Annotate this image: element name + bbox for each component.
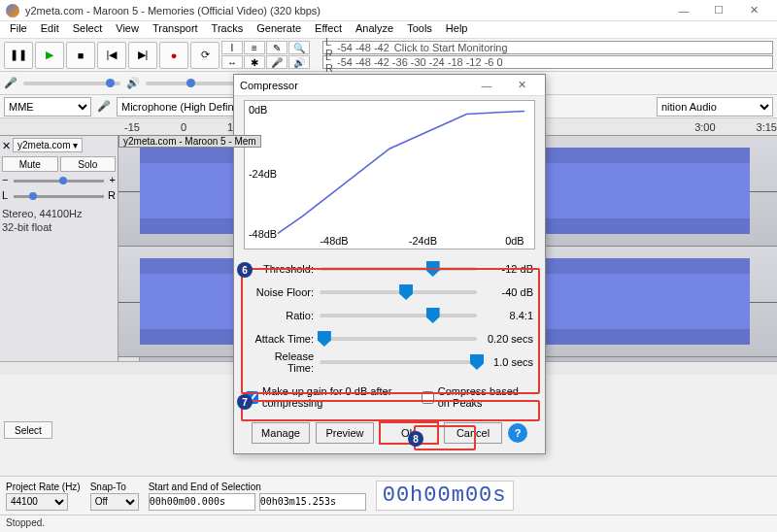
selection-start-input[interactable] — [149, 493, 255, 511]
snap-to-label: Snap-To — [90, 482, 139, 492]
project-rate-select[interactable]: 44100 — [6, 493, 68, 511]
menu-view[interactable]: View — [110, 21, 145, 38]
stop-button[interactable]: ■ — [66, 42, 95, 69]
selection-label: Start and End of Selection — [149, 482, 366, 492]
slider-thumb[interactable] — [470, 354, 484, 370]
slider-label: Threshold: — [246, 263, 314, 275]
solo-button[interactable]: Solo — [60, 156, 117, 172]
playback-device-select[interactable]: nition Audio — [657, 97, 773, 116]
compressor-sliders-group: Threshold:-12 dBNoise Floor:-40 dBRatio:… — [242, 253, 537, 378]
dialog-title: Compressor — [240, 80, 469, 91]
track-select-button[interactable]: Select — [4, 421, 52, 439]
menu-transport[interactable]: Transport — [147, 21, 204, 38]
track-name-dropdown[interactable]: y2meta.com ▾ — [13, 138, 83, 152]
selection-tool-icon[interactable]: I — [221, 41, 243, 54]
clip-title[interactable]: y2meta.com - Maroon 5 - Mem — [118, 135, 261, 148]
gain-slider[interactable]: −+ — [2, 174, 116, 187]
track-format-info: Stereo, 44100Hz32-bit float — [2, 207, 116, 235]
window-minimize[interactable]: — — [666, 1, 701, 20]
mute-button[interactable]: Mute — [2, 156, 58, 172]
cancel-button[interactable]: Cancel — [444, 422, 502, 444]
speaker-icon: 🔊 — [126, 77, 140, 89]
snap-to-select[interactable]: Off — [90, 493, 139, 511]
menu-edit[interactable]: Edit — [35, 21, 65, 38]
slider-track[interactable] — [320, 290, 477, 294]
slider-row-noisefloor: Noise Floor:-40 dB — [246, 281, 533, 304]
chart-y-tick-1: -24dB — [249, 168, 277, 180]
dialog-minimize[interactable]: — — [469, 76, 504, 95]
window-maximize[interactable]: ☐ — [701, 1, 736, 20]
window-title: y2meta.com - Maroon 5 - Memories (Offici… — [25, 5, 666, 17]
audio-position-display[interactable]: 00h00m00s — [376, 481, 514, 511]
audio-host-select[interactable]: MME — [4, 97, 91, 116]
dialog-close[interactable]: ✕ — [504, 76, 539, 95]
menu-generate[interactable]: Generate — [251, 21, 307, 38]
slider-thumb[interactable] — [426, 261, 440, 277]
app-icon — [6, 4, 19, 17]
mic-level-icon[interactable]: 🎤 — [266, 55, 287, 69]
timeshift-tool-icon[interactable]: ↔ — [221, 55, 243, 69]
manage-button[interactable]: Manage — [252, 422, 310, 444]
slider-track[interactable] — [320, 337, 477, 341]
skip-end-button[interactable]: ▶| — [128, 42, 157, 69]
slider-label: Ratio: — [246, 310, 314, 321]
slider-track[interactable] — [320, 360, 477, 364]
selection-end-input[interactable] — [259, 493, 366, 511]
zoom-tool-icon[interactable]: 🔍 — [288, 41, 310, 54]
compressor-transfer-chart: 0dB -24dB -48dB -48dB -24dB 0dB — [244, 100, 535, 249]
menu-file[interactable]: File — [4, 21, 33, 38]
chart-y-tick-2: -48dB — [249, 228, 277, 240]
slider-track[interactable] — [320, 314, 477, 317]
slider-value: 8.4:1 — [483, 310, 533, 321]
speaker-level-icon[interactable]: 🔊 — [288, 55, 310, 69]
play-button[interactable]: ▶ — [35, 42, 64, 69]
tool-palette: I ≡ ✎ 🔍 ↔ ✱ 🎤 🔊 — [221, 41, 315, 69]
menu-help[interactable]: Help — [440, 21, 474, 38]
pause-button[interactable]: ❚❚ — [4, 42, 33, 69]
chart-y-tick-0: 0dB — [249, 104, 267, 116]
help-button[interactable]: ? — [508, 423, 527, 443]
mic-device-icon: 🎤 — [97, 100, 111, 113]
slider-thumb[interactable] — [426, 308, 440, 323]
playback-meter[interactable]: LR-54 -48 -42 -36 -30 -24 -18 -12 -6 0 — [322, 55, 773, 69]
loop-button[interactable]: ⟳ — [190, 42, 220, 69]
menu-tracks[interactable]: Tracks — [206, 21, 250, 38]
recording-volume-slider[interactable] — [23, 82, 120, 85]
mic-icon: 🎤 — [4, 77, 17, 89]
slider-row-attacktime: Attack Time:0.20 secs — [246, 327, 533, 350]
transfer-curve-line — [278, 111, 524, 233]
slider-value: 1.0 secs — [483, 356, 533, 368]
slider-thumb[interactable] — [318, 331, 331, 347]
pan-slider[interactable]: LR — [2, 189, 116, 203]
skip-start-button[interactable]: |◀ — [97, 42, 126, 69]
menu-tools[interactable]: Tools — [401, 21, 438, 38]
envelope-tool-icon[interactable]: ≡ — [244, 41, 265, 54]
slider-label: Noise Floor: — [246, 286, 314, 298]
chart-x-tick-2: 0dB — [505, 236, 524, 248]
slider-row-threshold: Threshold:-12 dB — [246, 257, 533, 281]
slider-thumb[interactable] — [399, 284, 413, 300]
compress-peaks-checkbox[interactable]: Compress based on Peaks — [422, 385, 533, 409]
slider-label: Release Time: — [246, 350, 314, 374]
record-button[interactable]: ● — [159, 42, 188, 69]
slider-value: -40 dB — [483, 286, 533, 298]
track-close-icon[interactable]: ✕ — [2, 140, 11, 152]
preview-button[interactable]: Preview — [316, 422, 374, 444]
compressor-dialog: Compressor — ✕ 0dB -24dB -48dB -48dB -24… — [233, 74, 546, 454]
slider-value: -12 dB — [483, 263, 533, 275]
makeup-gain-checkbox[interactable]: Make-up gain for 0 dB after compressing — [246, 385, 408, 409]
project-rate-label: Project Rate (Hz) — [6, 482, 81, 492]
status-bar: Stopped. — [0, 515, 777, 532]
ok-button[interactable]: OK — [380, 422, 438, 444]
window-close[interactable]: ✕ — [736, 1, 771, 20]
menu-select[interactable]: Select — [67, 21, 109, 38]
slider-row-ratio: Ratio:8.4:1 — [246, 304, 533, 327]
draw-tool-icon[interactable]: ✎ — [266, 41, 287, 54]
slider-track[interactable] — [320, 267, 477, 271]
multi-tool-icon[interactable]: ✱ — [244, 55, 265, 69]
playback-volume-slider[interactable] — [146, 82, 243, 85]
recording-meter[interactable]: LR-54 -48 -42 Click to Start Monitoring — [322, 41, 773, 54]
menu-analyze[interactable]: Analyze — [350, 21, 399, 38]
slider-label: Attack Time: — [246, 333, 314, 345]
chart-x-tick-0: -48dB — [320, 236, 348, 248]
